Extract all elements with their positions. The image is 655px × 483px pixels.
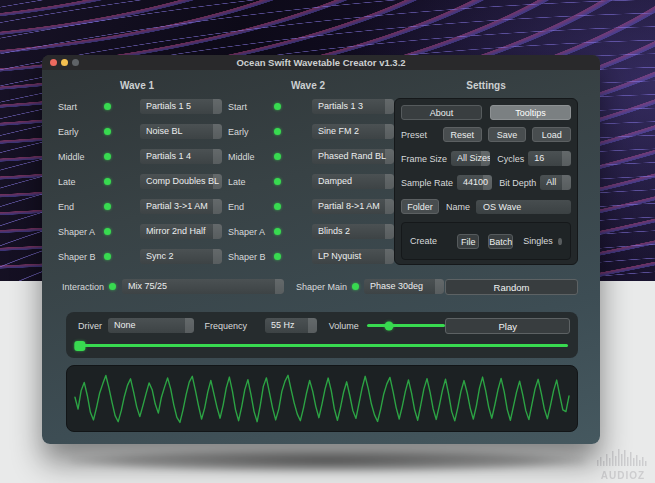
row-label: Start [52, 102, 96, 112]
minimize-button[interactable] [61, 59, 68, 66]
window-drop-shadow [70, 450, 585, 472]
waveform-svg [67, 366, 577, 431]
status-led[interactable] [274, 178, 281, 185]
row-label: Middle [52, 152, 96, 162]
wave1-start-dropdown[interactable]: Partials 1 5 [140, 99, 222, 114]
cycles-dropdown[interactable]: 16 [528, 151, 571, 166]
wave2-column: Start Partials 1 3 Early Sine FM 2 Middl… [222, 99, 394, 264]
status-led[interactable] [104, 228, 111, 235]
status-led[interactable] [274, 228, 281, 235]
folder-button[interactable]: Folder [401, 199, 439, 214]
about-button[interactable]: About [401, 105, 482, 120]
reset-button[interactable]: Reset [443, 127, 482, 142]
wave2-row-start: Start Partials 1 3 [222, 99, 394, 114]
status-led[interactable] [274, 103, 281, 110]
create-box: Create File Batch Singles [401, 222, 571, 260]
wave2-shaper-a-dropdown[interactable]: Blinds 2 [312, 224, 394, 239]
wave2-late-dropdown[interactable]: Damped [312, 174, 394, 189]
wave1-shaper-a-dropdown[interactable]: Mirror 2nd Half [140, 224, 222, 239]
wave2-row-shaper-b: Shaper B LP Nyquist [222, 249, 394, 264]
wave1-early-dropdown[interactable]: Noise BL [140, 124, 222, 139]
wave1-row-shaper-b: Shaper B Sync 2 [52, 249, 222, 264]
status-led[interactable] [104, 128, 111, 135]
create-label: Create [410, 236, 437, 246]
wave2-start-dropdown[interactable]: Partials 1 3 [312, 99, 394, 114]
file-button[interactable]: File [457, 234, 479, 249]
wave1-row-end: End Partial 3->1 AM [52, 199, 222, 214]
interaction-label: Interaction [62, 282, 104, 292]
tooltips-button[interactable]: Tooltips [490, 105, 571, 120]
singles-label: Singles [523, 236, 553, 246]
wave2-row-shaper-a: Shaper A Blinds 2 [222, 224, 394, 239]
wave1-row-late: Late Comp Doubles BL [52, 174, 222, 189]
status-led[interactable] [274, 128, 281, 135]
wave1-late-dropdown[interactable]: Comp Doubles BL [140, 174, 222, 189]
status-led[interactable] [104, 253, 111, 260]
row-label: Early [222, 127, 266, 137]
driver-dropdown[interactable]: None [108, 318, 194, 333]
frame-size-label: Frame Size [401, 154, 447, 164]
row-label: Shaper B [52, 252, 96, 262]
watermark: AUDIOZ [591, 448, 655, 481]
random-button[interactable]: Random [445, 279, 578, 295]
wave2-middle-dropdown[interactable]: Phased Rand BL [312, 149, 394, 164]
row-label: End [222, 202, 266, 212]
name-field[interactable]: OS Wave [476, 200, 571, 214]
position-slider-thumb[interactable] [74, 341, 85, 351]
batch-button[interactable]: Batch [488, 234, 513, 249]
wave2-shaper-b-dropdown[interactable]: LP Nyquist [312, 249, 394, 264]
row-label: Late [222, 177, 266, 187]
status-led[interactable] [104, 103, 111, 110]
interaction-dropdown[interactable]: Mix 75/25 [122, 279, 284, 294]
singles-toggle[interactable] [558, 238, 562, 245]
volume-slider[interactable] [367, 324, 446, 327]
status-led[interactable] [104, 203, 111, 210]
settings-header: Settings [394, 80, 578, 91]
app-window: Ocean Swift Wavetable Creator v1.3.2 Wav… [42, 55, 600, 444]
bit-depth-dropdown[interactable]: All [540, 175, 571, 190]
shaper-main-label: Shaper Main [296, 282, 347, 292]
play-button[interactable]: Play [445, 318, 570, 334]
waveform-path [75, 375, 569, 422]
settings-panel: About Tooltips Preset Reset Save Load Fr… [394, 98, 578, 265]
volume-slider-thumb[interactable] [384, 321, 393, 330]
status-led[interactable] [274, 253, 281, 260]
wave2-row-late: Late Damped [222, 174, 394, 189]
volume-label: Volume [329, 321, 359, 331]
wave2-row-early: Early Sine FM 2 [222, 124, 394, 139]
status-led[interactable] [274, 153, 281, 160]
wave2-early-dropdown[interactable]: Sine FM 2 [312, 124, 394, 139]
status-led[interactable] [104, 178, 111, 185]
watermark-bars-icon [595, 448, 651, 466]
interaction-led[interactable] [109, 283, 116, 290]
preset-label: Preset [401, 130, 443, 140]
zoom-button[interactable] [72, 59, 79, 66]
row-label: Late [52, 177, 96, 187]
close-button[interactable] [50, 59, 57, 66]
cycles-label: Cycles [497, 154, 524, 164]
frame-size-dropdown[interactable]: All Sizes [451, 151, 490, 166]
save-button[interactable]: Save [488, 127, 527, 142]
wave1-row-middle: Middle Partials 1 4 [52, 149, 222, 164]
wave2-header: Wave 2 [222, 80, 394, 91]
interaction-row: Interaction Mix 75/25 Shaper Main Phase … [62, 279, 578, 294]
position-slider[interactable] [76, 344, 568, 347]
wave2-row-end: End Partial 8->1 AM [222, 199, 394, 214]
status-led[interactable] [274, 203, 281, 210]
status-led[interactable] [104, 153, 111, 160]
frequency-dropdown[interactable]: 55 Hz [265, 318, 317, 333]
wave1-shaper-b-dropdown[interactable]: Sync 2 [140, 249, 222, 264]
wave1-row-shaper-a: Shaper A Mirror 2nd Half [52, 224, 222, 239]
load-button[interactable]: Load [532, 127, 571, 142]
name-label: Name [446, 202, 470, 212]
sample-rate-dropdown[interactable]: 44100 [457, 175, 492, 190]
wave1-middle-dropdown[interactable]: Partials 1 4 [140, 149, 222, 164]
wave1-row-early: Early Noise BL [52, 124, 222, 139]
wave1-end-dropdown[interactable]: Partial 3->1 AM [140, 199, 222, 214]
shaper-main-led[interactable] [352, 283, 359, 290]
wave2-end-dropdown[interactable]: Partial 8->1 AM [312, 199, 394, 214]
shaper-main-dropdown[interactable]: Phase 30deg [364, 279, 444, 294]
bit-depth-label: Bit Depth [499, 178, 536, 188]
titlebar[interactable]: Ocean Swift Wavetable Creator v1.3.2 [42, 55, 600, 70]
row-label: Early [52, 127, 96, 137]
